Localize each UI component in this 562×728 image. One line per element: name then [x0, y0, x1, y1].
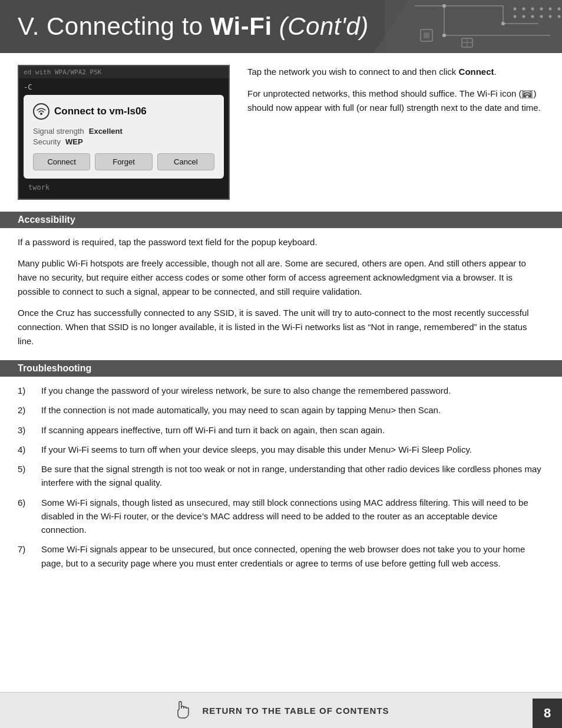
- list-item: 4)If your Wi-Fi seems to turn off when y…: [18, 443, 544, 456]
- svg-point-6: [442, 4, 446, 8]
- screenshot-bottom: twork: [24, 181, 224, 194]
- svg-point-8: [442, 34, 446, 37]
- screenshot-inner: -C Connect to vm-ls06: [19, 78, 229, 199]
- svg-point-16: [523, 15, 525, 18]
- connect-dialog-buttons: Connect Forget Cancel: [33, 153, 214, 170]
- desc-para1: Tap the network you wish to connect to a…: [247, 65, 544, 78]
- cancel-button[interactable]: Cancel: [157, 153, 214, 170]
- svg-point-15: [514, 15, 517, 18]
- page-header: V. Connecting to Wi-Fi (Cont'd): [0, 0, 562, 53]
- item-number: 3): [18, 423, 32, 437]
- svg-point-11: [531, 8, 534, 11]
- connect-button[interactable]: Connect: [33, 153, 90, 170]
- list-item: 7)Some Wi-Fi signals appear to be unsecu…: [18, 542, 544, 570]
- accessibility-para1: If a password is required, tap the passw…: [18, 235, 544, 249]
- item-text: If scanning appears ineffective, turn of…: [41, 423, 544, 437]
- svg-point-7: [501, 22, 505, 25]
- list-item: 2)If the connection is not made automati…: [18, 403, 544, 417]
- item-text: If you change the password of your wirel…: [41, 384, 544, 397]
- item-number: 6): [18, 496, 32, 537]
- item-number: 5): [18, 462, 32, 490]
- hand-pointer-icon: [173, 700, 194, 721]
- troubleshooting-list: 1)If you change the password of your wir…: [18, 384, 544, 570]
- svg-point-19: [549, 15, 552, 18]
- accessibility-para3: Once the Cruz has successfully connected…: [18, 306, 544, 348]
- connect-dialog: Connect to vm-ls06 Signal strength Excel…: [24, 95, 224, 179]
- svg-rect-22: [424, 32, 429, 38]
- page-number: 8: [533, 699, 562, 728]
- svg-point-12: [540, 8, 543, 11]
- description-text: Tap the network you wish to connect to a…: [247, 65, 544, 123]
- screenshot-top-bar: ed with WPA/WPA2 PSK: [19, 66, 229, 78]
- svg-point-26: [40, 113, 42, 115]
- accessibility-para2: Many public Wi-Fi hotspots are freely ac…: [18, 256, 544, 299]
- page-footer: RETURN TO THE TABLE OF CONTENTS 8: [0, 692, 562, 728]
- footer-link[interactable]: RETURN TO THE TABLE OF CONTENTS: [202, 706, 389, 716]
- connect-dialog-title: Connect to vm-ls06: [33, 103, 214, 120]
- svg-point-20: [558, 15, 561, 18]
- svg-point-18: [540, 15, 543, 18]
- main-content: ed with WPA/WPA2 PSK -C: [0, 53, 562, 594]
- item-text: Some Wi-Fi signals appear to be unsecure…: [41, 542, 544, 570]
- troubleshooting-section: Troubleshooting 1)If you change the pass…: [18, 360, 544, 570]
- item-text: Some Wi-Fi signals, though listed as uns…: [41, 496, 544, 537]
- item-number: 1): [18, 384, 32, 397]
- item-number: 4): [18, 443, 32, 456]
- accessibility-header: Accessibility: [0, 212, 562, 228]
- svg-point-14: [558, 8, 561, 11]
- connect-dialog-info: Signal strength Excellent Security WEP: [33, 127, 214, 146]
- svg-point-17: [531, 15, 534, 18]
- svg-rect-0: [385, 0, 562, 53]
- svg-point-13: [549, 8, 552, 11]
- top-section: ed with WPA/WPA2 PSK -C: [18, 65, 544, 200]
- troubleshooting-header: Troubleshooting: [0, 360, 562, 377]
- svg-point-10: [523, 8, 525, 11]
- wifi-icon-circle: [33, 103, 49, 120]
- screenshot-container: ed with WPA/WPA2 PSK -C: [18, 65, 230, 200]
- item-text: If your Wi-Fi seems to turn off when you…: [41, 443, 544, 456]
- side-label: -C: [24, 83, 32, 91]
- desc-para2: For unprotected networks, this method sh…: [247, 87, 544, 114]
- page-title: V. Connecting to Wi-Fi (Cont'd): [18, 12, 369, 41]
- item-text: If the connection is not made automatica…: [41, 403, 544, 417]
- list-item: 1)If you change the password of your wir…: [18, 384, 544, 397]
- svg-point-28: [526, 95, 528, 98]
- list-item: 5)Be sure that the signal strength is no…: [18, 462, 544, 490]
- list-item: 3)If scanning appears ineffective, turn …: [18, 423, 544, 437]
- item-number: 7): [18, 542, 32, 570]
- svg-point-9: [514, 8, 517, 11]
- wifi-inline-icon: [522, 90, 533, 98]
- list-item: 6)Some Wi-Fi signals, though listed as u…: [18, 496, 544, 537]
- item-text: Be sure that the signal strength is not …: [41, 462, 544, 490]
- accessibility-section: Accessibility If a password is required,…: [18, 212, 544, 348]
- item-number: 2): [18, 403, 32, 417]
- forget-button[interactable]: Forget: [95, 153, 152, 170]
